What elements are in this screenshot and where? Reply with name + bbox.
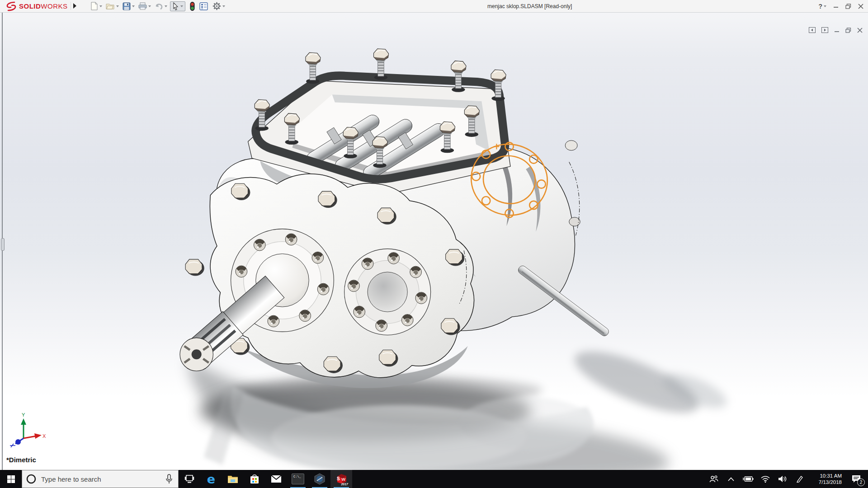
select-cursor-icon xyxy=(172,2,179,10)
display-settings-icon xyxy=(199,2,208,10)
windows-logo-icon xyxy=(7,475,15,483)
action-center-button[interactable]: 2 xyxy=(847,470,865,488)
cortana-icon xyxy=(26,474,37,484)
window-title: menjac sklop.SLDASM [Read-only] xyxy=(487,3,572,9)
open-button[interactable] xyxy=(105,2,120,10)
main-toolbar xyxy=(89,0,227,12)
people-icon[interactable] xyxy=(707,470,721,488)
triad-y-label: Y xyxy=(22,412,25,418)
new-document-icon xyxy=(90,2,98,10)
options-gear-icon xyxy=(212,2,221,10)
show-left-pane-icon[interactable] xyxy=(809,27,816,33)
taskbar-file-explorer[interactable] xyxy=(222,470,244,488)
doc-minimize-button[interactable] xyxy=(834,28,840,33)
pen-icon[interactable] xyxy=(793,470,807,488)
taskbar-command-prompt[interactable]: C:\_ xyxy=(287,470,309,488)
task-view-icon xyxy=(184,474,194,483)
clock-time: 10:31 AM xyxy=(812,473,842,479)
sw-year: 2017 xyxy=(341,483,348,486)
help-button[interactable]: ? xyxy=(818,3,826,10)
sw-letter-s: S xyxy=(337,476,340,481)
rebuild-stoplight-icon xyxy=(190,2,195,11)
start-button[interactable] xyxy=(0,470,22,488)
store-icon xyxy=(250,474,259,484)
edge-icon: e xyxy=(207,473,215,485)
command-prompt-icon: C:\_ xyxy=(293,475,301,479)
taskbar-search[interactable]: Type here to search xyxy=(22,470,179,488)
volume-icon[interactable] xyxy=(776,470,789,488)
new-document-button[interactable] xyxy=(90,1,103,11)
clock-date: 7/13/2018 xyxy=(812,479,842,485)
tray-chevron-up-icon[interactable] xyxy=(724,470,738,488)
rebuild-stoplight-button[interactable] xyxy=(189,1,196,11)
save-icon xyxy=(123,2,131,10)
orientation-triad[interactable]: Y X xyxy=(5,412,46,447)
edrawings-hexagon-icon xyxy=(314,473,326,485)
toolbar-flyout-arrow[interactable] xyxy=(71,2,78,10)
windows-taskbar: Type here to search e xyxy=(0,470,868,488)
doc-restore-button[interactable] xyxy=(845,28,851,33)
output-bearing-flange[interactable] xyxy=(344,249,431,335)
undo-button[interactable] xyxy=(154,2,168,10)
graphics-area[interactable]: Y X *Dimetric xyxy=(0,12,868,470)
titlebar: SOLIDWORKS xyxy=(0,0,868,13)
microphone-icon[interactable] xyxy=(165,474,173,484)
undo-icon xyxy=(155,3,163,10)
solidworks-2017-icon: S W 2017 xyxy=(335,473,347,485)
taskbar-solidworks-2017[interactable]: S W 2017 xyxy=(330,470,352,488)
open-folder-icon xyxy=(106,2,115,10)
taskbar-edge[interactable]: e xyxy=(200,470,222,488)
sw-letter-w: W xyxy=(342,477,346,482)
view-orientation-label: *Dimetric xyxy=(6,456,36,464)
search-placeholder: Type here to search xyxy=(41,475,165,483)
file-explorer-icon xyxy=(227,474,238,483)
gearbox-assembly-model[interactable] xyxy=(0,12,868,470)
show-right-pane-icon[interactable] xyxy=(821,27,828,33)
notification-badge: 2 xyxy=(857,479,865,486)
solidworks-logo: SOLIDWORKS xyxy=(5,1,68,11)
print-icon xyxy=(138,2,147,10)
mail-icon xyxy=(271,475,282,483)
print-button[interactable] xyxy=(137,2,152,10)
brand-text: SOLIDWORKS xyxy=(19,2,68,10)
options-button[interactable] xyxy=(212,1,226,11)
document-window-controls xyxy=(809,27,863,33)
taskbar-mail[interactable] xyxy=(265,470,287,488)
taskbar-task-view[interactable] xyxy=(179,470,200,488)
battery-icon[interactable] xyxy=(741,470,755,488)
minimize-button[interactable] xyxy=(833,4,839,9)
triad-x-label: X xyxy=(42,433,46,439)
taskbar-clock[interactable]: 10:31 AM 7/13/2018 xyxy=(810,473,844,485)
display-settings-button[interactable] xyxy=(198,2,209,11)
taskbar-store[interactable] xyxy=(244,470,265,488)
system-tray: 10:31 AM 7/13/2018 2 xyxy=(707,470,868,488)
taskbar-edrawings[interactable] xyxy=(309,470,330,488)
restore-button[interactable] xyxy=(845,4,851,9)
solidworks-mark-icon xyxy=(5,1,17,11)
floor-reflection xyxy=(204,376,593,470)
save-button[interactable] xyxy=(122,2,136,11)
wifi-icon[interactable] xyxy=(759,470,772,488)
close-button[interactable] xyxy=(858,4,863,9)
select-tool-button[interactable] xyxy=(170,1,185,11)
doc-close-button[interactable] xyxy=(857,28,863,33)
